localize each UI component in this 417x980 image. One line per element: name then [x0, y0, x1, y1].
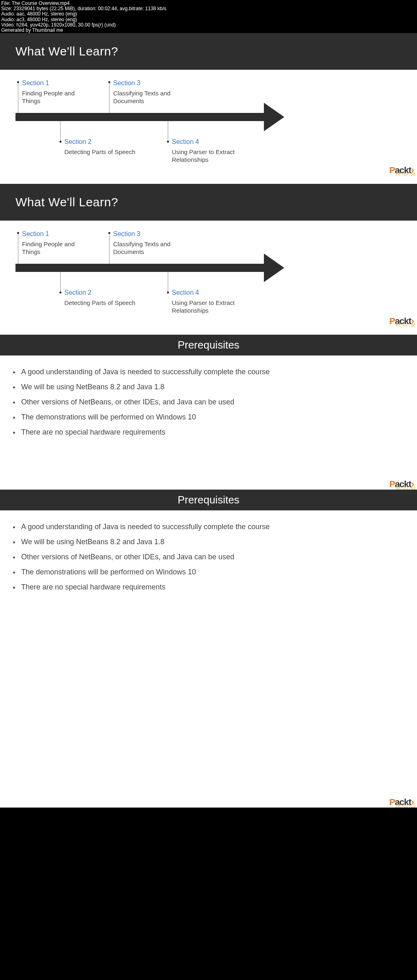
section-2-desc: Detecting Parts of Speech: [64, 299, 146, 307]
section-4-desc: Using Parser to Extract Relationships: [172, 299, 245, 315]
connector-dot: [108, 232, 110, 234]
prereq-list: A good understanding of Java is needed t…: [0, 355, 417, 437]
section-1-title: Section 1: [22, 230, 83, 238]
prereq-item: Other versions of NetBeans, or other IDE…: [20, 553, 407, 561]
connector-line: [109, 82, 110, 113]
slide-prereq-1: Prerequisites A good understanding of Ja…: [0, 335, 417, 490]
connector-dot: [59, 291, 61, 294]
section-1-block: Section 1 Finding People and Things: [22, 230, 83, 256]
prereq-item: There are no special hardware requiremen…: [20, 583, 407, 592]
connector-line: [168, 121, 168, 141]
section-4-title: Section 4: [172, 289, 245, 297]
section-3-title: Section 3: [113, 230, 174, 238]
timeline-arrowhead: [264, 103, 284, 131]
prereq-list: A good understanding of Java is needed t…: [0, 510, 417, 592]
timeline-diagram: Section 1 Finding People and Things Sect…: [0, 221, 417, 327]
timeline-arrowhead: [264, 254, 284, 282]
section-4-block: Section 4 Using Parser to Extract Relati…: [172, 289, 245, 315]
timeline-bar: [15, 264, 264, 272]
section-4-title: Section 4: [172, 138, 245, 146]
connector-dot: [167, 141, 169, 143]
section-2-title: Section 2: [64, 289, 146, 297]
timeline-bar: [15, 113, 264, 121]
meta-video: Video: h264, yuv420p, 1920x1080, 30.00 f…: [1, 22, 416, 28]
prereq-item: We will be using NetBeans 8.2 and Java 1…: [20, 383, 407, 391]
prereq-item: A good understanding of Java is needed t…: [20, 523, 407, 531]
connector-dot: [167, 291, 169, 294]
logo-p: P: [389, 316, 395, 326]
connector-line: [18, 233, 18, 264]
section-3-block: Section 3 Classifying Texts and Document…: [113, 230, 174, 256]
thumbnail-timestamp: 00:02:13: [396, 804, 415, 808]
section-1-desc: Finding People and Things: [22, 240, 83, 256]
logo-p: P: [389, 797, 395, 807]
connector-line: [168, 272, 168, 292]
section-2-title: Section 2: [64, 138, 146, 146]
connector-line: [60, 121, 61, 141]
section-3-desc: Classifying Texts and Documents: [113, 89, 174, 105]
connector-line: [109, 233, 110, 264]
prereq-item: Other versions of NetBeans, or other IDE…: [20, 398, 407, 406]
section-4-desc: Using Parser to Extract Relationships: [172, 148, 245, 164]
prereq-item: The demonstrations will be performed on …: [20, 413, 407, 422]
slide-prereq-2: Prerequisites A good understanding of Ja…: [0, 490, 417, 808]
slide-title: Prerequisites: [0, 490, 417, 510]
slide-learn-2: What We'll Learn? Section 1 Finding Peop…: [0, 184, 417, 335]
timeline-diagram: Section 1 Finding People and Things Sect…: [0, 70, 417, 176]
logo-p: P: [389, 165, 395, 175]
thumbnail-timestamp: 00:00:38: [396, 172, 415, 177]
connector-dot: [59, 141, 61, 143]
section-3-desc: Classifying Texts and Documents: [113, 240, 174, 256]
connector-dot: [17, 232, 19, 234]
meta-audio1: Audio: aac, 48000 Hz, stereo (eng): [1, 11, 416, 17]
logo-p: P: [389, 479, 395, 489]
section-2-desc: Detecting Parts of Speech: [64, 148, 146, 156]
prereq-item: A good understanding of Java is needed t…: [20, 368, 407, 376]
section-2-block: Section 2 Detecting Parts of Speech: [64, 138, 146, 156]
section-4-block: Section 4 Using Parser to Extract Relati…: [172, 138, 245, 164]
slide-title: What We'll Learn?: [0, 33, 417, 70]
slide-learn-1: What We'll Learn? Section 1 Finding Peop…: [0, 33, 417, 184]
connector-line: [18, 82, 18, 113]
video-metadata: File: The Course Overview.mp4 Size: 2332…: [0, 0, 417, 33]
meta-audio2: Audio: ac3, 48000 Hz, stereo (eng): [1, 17, 416, 22]
section-2-block: Section 2 Detecting Parts of Speech: [64, 289, 146, 307]
thumbnail-timestamp: 00:01:06: [396, 323, 415, 327]
section-3-block: Section 3 Classifying Texts and Document…: [113, 79, 174, 105]
connector-dot: [17, 81, 19, 83]
connector-line: [60, 272, 61, 292]
section-3-title: Section 3: [113, 79, 174, 88]
slide-title: What We'll Learn?: [0, 184, 417, 221]
connector-dot: [108, 81, 110, 83]
meta-generated: Generated by Thumbnail me: [1, 28, 416, 33]
prereq-item: There are no special hardware requiremen…: [20, 428, 407, 437]
slide-title: Prerequisites: [0, 335, 417, 355]
section-1-title: Section 1: [22, 79, 83, 88]
prereq-item: The demonstrations will be performed on …: [20, 568, 407, 576]
prereq-item: We will be using NetBeans 8.2 and Java 1…: [20, 538, 407, 546]
section-1-block: Section 1 Finding People and Things: [22, 79, 83, 105]
section-1-desc: Finding People and Things: [22, 89, 83, 105]
